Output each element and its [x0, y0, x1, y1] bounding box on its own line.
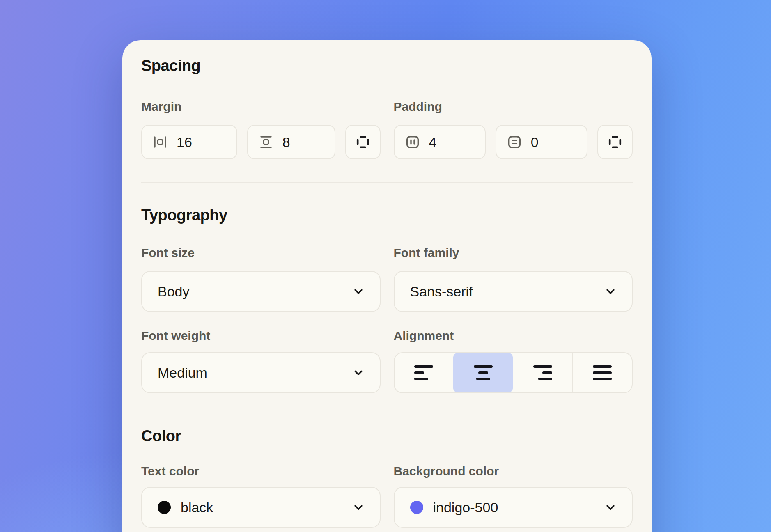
padding-label: Padding [394, 99, 633, 114]
font-size-select[interactable]: Body [141, 271, 381, 312]
color-section-title: Color [141, 427, 633, 445]
chevron-down-icon [352, 501, 365, 514]
background-color-swatch [410, 501, 423, 514]
margin-vertical-input[interactable]: 8 [247, 125, 335, 159]
padding-vertical-icon [507, 135, 522, 149]
background-color-label: Background color [394, 464, 633, 479]
typography-section-title: Typography [141, 206, 633, 224]
background-color-select[interactable]: indigo-500 [394, 487, 633, 528]
margin-label: Margin [141, 99, 381, 114]
font-weight-label: Font weight [141, 328, 381, 343]
margin-vertical-value: 8 [282, 134, 290, 150]
font-family-select[interactable]: Sans-serif [394, 271, 633, 312]
padding-individual-sides-button[interactable] [597, 125, 633, 159]
align-right-button[interactable] [513, 353, 572, 392]
padding-horizontal-input[interactable]: 4 [394, 125, 486, 159]
background-color-value: indigo-500 [433, 500, 498, 516]
chevron-down-icon [604, 285, 617, 298]
align-center-button[interactable] [453, 353, 513, 392]
margin-horizontal-input[interactable]: 16 [141, 125, 237, 159]
padding-vertical-value: 0 [531, 134, 539, 150]
font-weight-value: Medium [158, 365, 207, 381]
margin-horizontal-value: 16 [177, 134, 192, 150]
chevron-down-icon [352, 285, 365, 298]
font-weight-select[interactable]: Medium [141, 352, 381, 393]
align-right-icon [533, 365, 552, 380]
divider [141, 182, 633, 183]
font-family-value: Sans-serif [410, 284, 473, 300]
text-color-label: Text color [141, 464, 381, 479]
spacing-section-title: Spacing [141, 57, 633, 75]
padding-horizontal-icon [405, 135, 420, 149]
padding-horizontal-value: 4 [429, 134, 437, 150]
chevron-down-icon [604, 501, 617, 514]
font-size-label: Font size [141, 245, 381, 260]
margin-individual-sides-button[interactable] [345, 125, 381, 159]
padding-individual-sides-icon [608, 135, 622, 149]
alignment-label: Alignment [394, 328, 633, 343]
text-color-swatch [158, 501, 171, 514]
text-color-value: black [181, 500, 213, 516]
align-justify-button[interactable] [572, 353, 632, 392]
align-center-icon [474, 365, 493, 380]
align-left-icon [414, 365, 433, 380]
font-family-label: Font family [394, 245, 633, 260]
padding-vertical-input[interactable]: 0 [496, 125, 587, 159]
margin-controls: 16 8 [141, 125, 381, 159]
chevron-down-icon [352, 366, 365, 379]
divider [141, 406, 633, 406]
margin-vertical-icon [259, 135, 273, 149]
align-left-button[interactable] [395, 353, 453, 392]
padding-controls: 4 0 [394, 125, 633, 159]
text-color-select[interactable]: black [141, 487, 381, 528]
alignment-segmented-control [394, 352, 633, 393]
margin-horizontal-icon [153, 135, 168, 149]
margin-individual-sides-icon [356, 135, 370, 149]
font-size-value: Body [158, 284, 190, 300]
align-justify-icon [593, 365, 612, 380]
style-editor-panel: Spacing Margin Padding 16 [122, 40, 652, 532]
